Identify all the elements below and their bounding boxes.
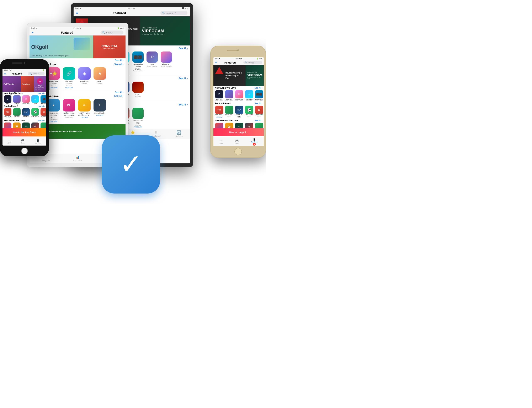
- conv-banner[interactable]: CONV STA Break the ice w...: [93, 35, 125, 58]
- list-item[interactable]: ★ Star C... Games: [93, 67, 107, 89]
- list-item[interactable]: Pixel Cup: [13, 108, 21, 119]
- ipad-large-search[interactable]: 🔍 tutuapp ✕: [160, 11, 187, 15]
- clear-icon[interactable]: ✕: [174, 12, 176, 14]
- ipl-new-games-see-all[interactable]: See All ›: [38, 119, 45, 122]
- list-item[interactable]: Cha... Games: [132, 82, 144, 100]
- ipad-small-search[interactable]: 🔍 Search: [101, 31, 123, 34]
- iphone-right-home-btn[interactable]: [235, 148, 242, 155]
- ipr-wifi: iPad ✦: [215, 58, 220, 60]
- list-item[interactable]: PES PES 2017... Games USD 2.99: [215, 106, 224, 118]
- ipl-new-apps-see-all[interactable]: See All ›: [38, 92, 45, 94]
- ipl-new-apps-header: New Apps We Love See All ›: [2, 92, 46, 95]
- ipr-new-to-banner[interactable]: New to... App S...: [213, 128, 264, 136]
- list-item[interactable]: ⬛⬛ Redacted... Photo & Video: [254, 90, 263, 101]
- tab-game-ipr[interactable]: 🎮 Game: [235, 139, 239, 144]
- ipad-sm-games-see-all[interactable]: See All ›: [114, 94, 123, 97]
- tab-purchased[interactable]: ⬇ Purchased: [151, 130, 160, 137]
- c2c-cat-ipr: Photo & Video: [235, 100, 243, 101]
- list-item[interactable]: 👁 Clip2Comic Photo & Video: [235, 90, 244, 101]
- clear-icon-ipr[interactable]: ✕: [255, 61, 257, 64]
- tab-add-ipl[interactable]: + ADD: [8, 139, 11, 144]
- kafka-banner[interactable]: the Franz Kafka VIDEOGAM A unique puzz b…: [140, 17, 190, 45]
- new-to-app-banner[interactable]: New to the App Store: [2, 128, 46, 136]
- iphone-left-home-btn[interactable]: [21, 148, 28, 154]
- list-item[interactable]: Defend The Bits Games USD 2.99: [132, 108, 144, 128]
- ipad-sm-new-apps-see-all[interactable]: See All ›: [114, 63, 123, 66]
- list-item[interactable]: DL7 Dream LS: [22, 108, 30, 119]
- okgolf-banner[interactable]: OKgolf Take a swing at this simple, intu…: [29, 35, 93, 58]
- ipr-kafka-banner[interactable]: the Franz Ka... VIDEOGAM A unique puzz b…: [246, 65, 264, 86]
- search-icon-ipr: 🔍: [245, 61, 247, 64]
- liner-icon: ✏: [78, 99, 91, 111]
- office-lens-icon: OL: [63, 99, 75, 111]
- arty-name: Arty: [146, 63, 158, 66]
- iphone-left-banner[interactable]: Full Throttle New to... ✂ Clips Now feat…: [2, 76, 46, 92]
- list-item[interactable]: DL7 Dream LS 2017 Games: [235, 106, 244, 118]
- list-item[interactable]: L Linea Simpl... USD 0.99: [93, 99, 107, 122]
- tab-game-ipl[interactable]: 🎮 Game: [21, 139, 25, 144]
- cha-name: Cha...: [132, 94, 144, 96]
- list-item[interactable]: Enlight: [13, 95, 21, 104]
- list-item[interactable]: ≡ Purp: [31, 95, 39, 104]
- new-apps-see-all[interactable]: See All ›: [179, 47, 188, 50]
- ipr-featured-banner[interactable]: Double-Majoring in Productivity and Fun …: [213, 65, 264, 86]
- list-item[interactable]: Ar Arty Photo & Video: [146, 51, 158, 74]
- list-item[interactable]: V. Vent: Cr... Photo & Video: [215, 90, 224, 101]
- list-item[interactable]: ⬛ Redacted: [40, 95, 46, 104]
- tab-app-ipl[interactable]: 📱 App Store: [35, 139, 41, 144]
- clips-banner[interactable]: ✂ Clips Now featuring your fav...: [34, 76, 46, 92]
- ft-banner-text: Full Throttle: [4, 83, 14, 85]
- list-item[interactable]: ◈ Narcissus Games: [77, 67, 91, 89]
- new-games-see-all[interactable]: See All ›: [179, 103, 188, 106]
- ipr-tab-bar: + ADD 🎮 Game 📱 App Store 4: [213, 137, 264, 146]
- ipl-new-games-title: New Games We Love: [4, 119, 25, 122]
- list-item[interactable]: PES PES 2017 USD 2.99: [4, 108, 12, 119]
- tab-add-ipr[interactable]: + ADD: [220, 139, 223, 144]
- liner-name: LINER - Web Highlighter &...: [78, 112, 91, 117]
- list-item[interactable]: ⬛⬛ Redacted — Censor privat... Photo & V…: [132, 51, 144, 74]
- list-icon[interactable]: ≡: [76, 11, 78, 15]
- list-item[interactable]: V. Vent: [4, 95, 12, 104]
- list-icon-ipr[interactable]: ≡: [215, 61, 217, 64]
- solid-cat-ipr: Games: [247, 115, 251, 117]
- power-btn[interactable]: [49, 80, 50, 90]
- tab-updates[interactable]: 🔄 Updates: [175, 130, 183, 137]
- list-item[interactable]: Pixel Cup... Games: [225, 106, 234, 118]
- ipad-large-battery: ⬛ 52%: [182, 7, 188, 9]
- ipr-search[interactable]: 🔍 tutuapp ✕: [243, 61, 262, 64]
- ipl-football-see-all[interactable]: See All ›: [38, 105, 45, 107]
- ipr-football-see-all[interactable]: See All ›: [254, 102, 262, 105]
- red-label-ipr: Redacted...: [254, 98, 264, 100]
- add-label-ipl: ADD: [8, 142, 11, 144]
- star-c-name: Star C...: [94, 80, 106, 83]
- banner-middle-ipl[interactable]: New to...: [21, 76, 34, 92]
- tab-top-charts-sm[interactable]: 📊 Top Charts: [73, 155, 82, 162]
- ipr-prod-banner[interactable]: Double-Majoring in Productivity and Fun: [213, 65, 246, 86]
- list-item[interactable]: ✏ LINER - Web Highlighter &... USD 0.99: [77, 99, 91, 122]
- iphone-left-search[interactable]: 🔍 Search: [28, 72, 44, 75]
- ipad-small-featured-banner[interactable]: OKgolf Take a swing at this simple, intu…: [29, 35, 125, 58]
- list-item[interactable]: ≡ Purp To-Do... Productivity: [244, 90, 253, 101]
- ipr-football-header: Football fever! See All ›: [213, 102, 264, 105]
- list-item[interactable]: ⚽ Solid Soccer Games: [244, 106, 253, 118]
- ipr-new-games-see-all[interactable]: See All ›: [254, 119, 262, 122]
- list-item[interactable]: Enlight... Photo & Video: [225, 90, 234, 101]
- list-icon-sm[interactable]: ≡: [32, 31, 34, 34]
- list-item[interactable]: ⚽ Solid Soccer: [31, 108, 39, 119]
- red-name-sm: Redacted: [40, 103, 46, 104]
- football-see-all[interactable]: See All ›: [179, 77, 188, 80]
- tab-app-ipr[interactable]: 📱 App Store 4: [251, 138, 257, 145]
- purp-name-sm: Purp: [31, 103, 39, 104]
- list-item[interactable]: 👁 Clip2Comic: [22, 95, 30, 104]
- list-icon-ipl[interactable]: ≡: [4, 72, 6, 75]
- list-item[interactable]: Fio - Ca... Photo & Video: [160, 51, 173, 74]
- list-item[interactable]: OL Office Lens Productivity Productivity: [62, 99, 76, 122]
- list-item[interactable]: 11 Top Eleven Games: [254, 106, 263, 118]
- list-item[interactable]: 11 Top Eleven: [40, 108, 46, 119]
- ipl-tab-bar: + ADD 🎮 Game 📱 App Store: [2, 136, 46, 145]
- ipr-new-apps-see-all[interactable]: See All ›: [254, 87, 262, 89]
- dream-icon-sm: DL7: [22, 108, 30, 116]
- full-throttle-banner[interactable]: Full Throttle: [2, 76, 21, 92]
- liner-price: USD 0.99: [81, 117, 88, 118]
- list-item[interactable]: 🔗 Link Twin Games Games USD 1.99: [62, 67, 76, 89]
